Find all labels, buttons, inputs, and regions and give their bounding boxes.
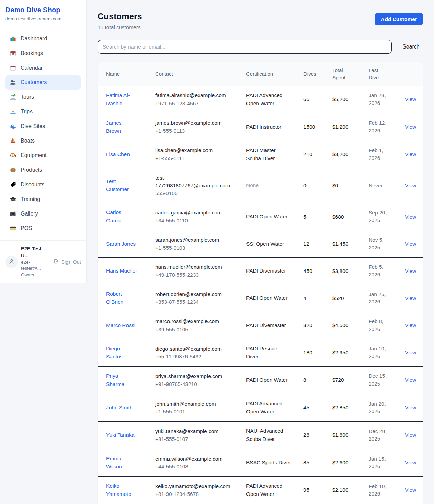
search-bar: Search (98, 40, 423, 54)
camera-icon (9, 210, 16, 217)
view-customer-link[interactable]: View (405, 268, 416, 274)
customer-name-link[interactable]: Fatima Al-Rashid (106, 91, 137, 108)
user-email: e2e-tester@... (21, 259, 50, 272)
customer-phone: +353-87-555-1234 (155, 298, 241, 306)
search-input[interactable] (98, 40, 392, 54)
customer-phone: +44-555-0108 (155, 463, 241, 470)
customer-certification: PADI Advanced Open Water (246, 399, 291, 416)
view-customer-link[interactable]: View (405, 214, 416, 220)
add-customer-button[interactable]: Add Customer (375, 13, 423, 25)
user-role: Owner (21, 272, 50, 278)
customer-name-link[interactable]: Test Customer (106, 177, 137, 193)
customer-name-link[interactable]: Emma Wilson (106, 454, 137, 471)
view-customer-link[interactable]: View (405, 350, 416, 355)
bar-chart-icon (9, 35, 16, 42)
customer-total-spent: $720 (332, 377, 344, 383)
customer-last-dive: Jan 15, 2026 (369, 455, 392, 470)
view-customer-link[interactable]: View (405, 432, 416, 438)
customer-last-dive: Dec 15, 2025 (369, 372, 392, 388)
speedboat-icon (9, 108, 16, 115)
table-row: Hans Mueller hans.mueller@example.com +4… (98, 257, 423, 284)
sidebar-item-dive-sites[interactable]: Dive Sites (5, 119, 81, 133)
customer-certification: PADI Rescue Diver (246, 344, 291, 361)
customer-email: marco.rossi@example.com (155, 317, 227, 325)
sidebar-item-equipment[interactable]: Equipment (5, 148, 81, 163)
sidebar-item-tours[interactable]: Tours (5, 90, 81, 104)
customer-name-link[interactable]: James Brown (106, 119, 137, 135)
customer-name-link[interactable]: Marco Rossi (106, 321, 135, 330)
table-header-row: NameContactCertificationDivesTotal Spent… (98, 62, 423, 86)
customer-name-link[interactable]: Carlos Garcia (106, 208, 137, 225)
sidebar-item-discounts[interactable]: Discounts (5, 177, 81, 192)
main-content: Customers 15 total customers Add Custome… (87, 0, 434, 504)
customer-certification: PADI Instructor (246, 123, 281, 131)
customer-name-link[interactable]: Hans Mueller (106, 267, 137, 275)
customer-name-link[interactable]: Robert O'Brien (106, 290, 137, 306)
sidebar-item-products[interactable]: Products (5, 163, 81, 177)
customer-certification: PADI Advanced Open Water (246, 482, 291, 498)
sign-out-label: Sign Out (61, 259, 81, 265)
customer-dives: 85 (303, 460, 309, 465)
search-button[interactable]: Search (400, 43, 422, 51)
customer-phone: +91-98765-43210 (155, 380, 241, 388)
customer-email: carlos.garcia@example.com (155, 209, 227, 217)
customer-certification: BSAC Sports Diver (246, 459, 291, 467)
customer-last-dive: Feb 1, 2026 (369, 147, 392, 162)
customer-certification: PADI Advanced Open Water (246, 91, 291, 108)
customer-name-link[interactable]: John Smith (106, 404, 133, 412)
view-customer-link[interactable]: View (405, 124, 416, 130)
table-row: Keiko Yamamoto keiko.yamamoto@example.co… (98, 477, 423, 504)
customer-dives: 12 (303, 241, 309, 247)
table-row: Lisa Chen lisa.chen@example.com +1-555-0… (98, 141, 423, 168)
customer-email: robert.obrien@example.com (155, 290, 227, 298)
table-row: Marco Rossi marco.rossi@example.com +39-… (98, 312, 423, 339)
sidebar-item-dashboard[interactable]: Dashboard (5, 31, 81, 46)
view-customer-link[interactable]: View (405, 151, 416, 157)
customer-name-link[interactable]: Sarah Jones (106, 240, 136, 248)
view-customer-link[interactable]: View (405, 295, 416, 301)
column-header: Contact (155, 62, 246, 86)
credit-card-icon (9, 225, 16, 232)
sidebar-item-customers[interactable]: Customers (5, 75, 81, 90)
customer-dives: 95 (303, 487, 309, 493)
view-customer-link[interactable]: View (405, 377, 416, 383)
column-header: Name (98, 62, 155, 86)
sidebar-item-calendar[interactable]: Calendar (5, 60, 81, 75)
customer-dives: 210 (303, 151, 312, 157)
customer-name-link[interactable]: Priya Sharma (106, 372, 137, 388)
customer-last-dive: Jan 25, 2026 (369, 291, 392, 306)
customer-certification: PADI Open Water (246, 376, 288, 384)
view-customer-link[interactable]: View (405, 487, 416, 493)
customer-dives: 450 (303, 268, 312, 274)
customer-phone: +39-555-0105 (155, 325, 241, 333)
sidebar-item-trips[interactable]: Trips (5, 104, 81, 119)
customer-name-link[interactable]: Lisa Chen (106, 150, 130, 158)
customer-email: john.smith@example.com (155, 400, 227, 408)
customer-last-dive: Dec 28, 2025 (369, 428, 392, 443)
customer-dives: 45 (303, 405, 309, 410)
customer-certification: PADI Open Water (246, 294, 288, 302)
customer-name-link[interactable]: Keiko Yamamoto (106, 482, 137, 498)
customer-name-link[interactable]: Yuki Tanaka (106, 431, 134, 439)
avatar (5, 256, 18, 268)
sidebar-item-boats[interactable]: Boats (5, 133, 81, 148)
view-customer-link[interactable]: View (405, 241, 416, 247)
sidebar-item-training[interactable]: Training (5, 192, 81, 206)
svg-text:17: 17 (12, 53, 14, 56)
user-meta: E2E Test U... e2e-tester@... Owner (21, 245, 50, 278)
sign-out-icon (53, 258, 59, 265)
sign-out-button[interactable]: Sign Out (53, 258, 81, 265)
view-customer-link[interactable]: View (405, 183, 416, 188)
view-customer-link[interactable]: View (405, 322, 416, 328)
sidebar-item-pos[interactable]: POS (5, 221, 81, 236)
view-customer-link[interactable]: View (405, 405, 416, 410)
view-customer-link[interactable]: View (405, 96, 416, 102)
sidebar-item-gallery[interactable]: Gallery (5, 206, 81, 221)
customer-name-link[interactable]: Diego Santos (106, 344, 137, 361)
customer-dives: 320 (303, 322, 312, 328)
sidebar-item-bookings[interactable]: 17 Bookings (5, 46, 81, 60)
customer-total-spent: $2,600 (332, 460, 348, 465)
customer-email: emma.wilson@example.com (155, 455, 227, 463)
table-row: James Brown james.brown@example.com +1-5… (98, 113, 423, 141)
view-customer-link[interactable]: View (405, 460, 416, 465)
